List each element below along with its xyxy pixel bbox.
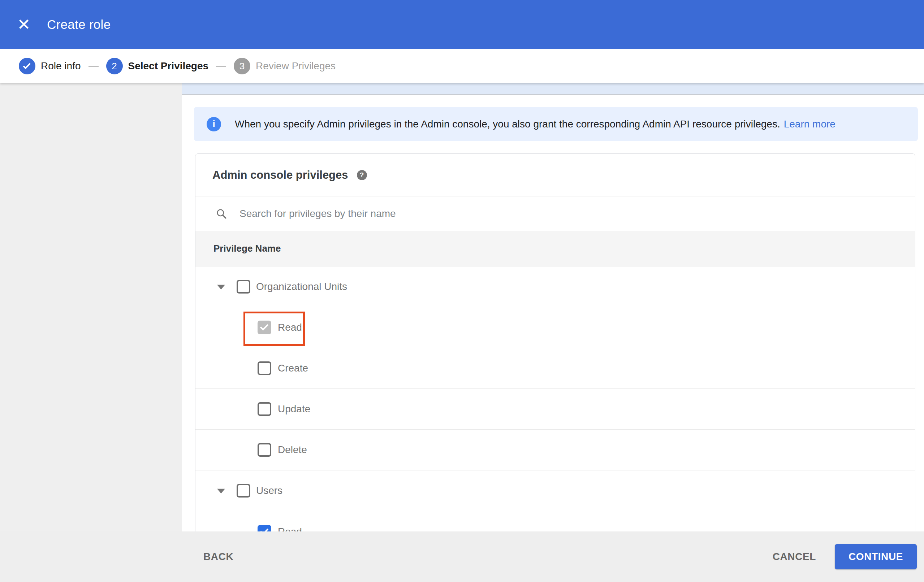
checkbox-delete[interactable] xyxy=(257,443,271,457)
table-row: Organizational Units xyxy=(195,267,915,307)
content-area: i When you specify Admin privileges in t… xyxy=(0,83,924,531)
checkbox-organizational-units[interactable] xyxy=(237,280,250,293)
close-icon[interactable]: ✕ xyxy=(16,17,31,32)
continue-button[interactable]: CONTINUE xyxy=(835,544,917,569)
table-header: Privilege Name xyxy=(195,231,915,267)
card-title: Admin console privileges xyxy=(213,168,348,181)
info-banner-text: When you specify Admin privileges in the… xyxy=(235,119,780,130)
cancel-button[interactable]: CANCEL xyxy=(773,551,816,562)
check-icon xyxy=(23,61,31,69)
table-row: Users xyxy=(195,470,915,511)
step-connector xyxy=(216,66,226,67)
footer-bar: BACK CANCEL CONTINUE xyxy=(0,531,924,582)
info-banner: i When you specify Admin privileges in t… xyxy=(194,107,918,141)
privilege-label: Organizational Units xyxy=(256,281,347,292)
step-role-info[interactable]: Role info xyxy=(19,58,81,74)
checkbox-read-disabled[interactable] xyxy=(257,321,271,334)
learn-more-link[interactable]: Learn more xyxy=(784,119,835,130)
scrolled-content-strip xyxy=(182,83,924,95)
footer-right-group: CANCEL CONTINUE xyxy=(773,544,917,569)
step-label: Role info xyxy=(41,60,81,72)
step-number-circle: 2 xyxy=(106,58,123,74)
step-connector xyxy=(89,66,99,67)
step-select-privileges[interactable]: 2 Select Privileges xyxy=(106,58,209,74)
stepper: Role info 2 Select Privileges 3 Review P… xyxy=(0,49,924,83)
checkbox-update[interactable] xyxy=(257,402,271,416)
step-label: Review Privileges xyxy=(256,60,336,72)
back-button[interactable]: BACK xyxy=(203,551,233,562)
step-number-circle: 3 xyxy=(234,58,250,74)
table-row: Read xyxy=(195,511,915,531)
table-row: Read xyxy=(195,307,915,348)
expand-arrow-icon[interactable] xyxy=(217,489,225,493)
table-row: Delete xyxy=(195,430,915,470)
search-input[interactable] xyxy=(239,208,564,219)
table-row: Update xyxy=(195,389,915,430)
privilege-label: Update xyxy=(278,403,310,415)
checkbox-users-read[interactable] xyxy=(257,525,271,532)
top-bar: ✕ Create role xyxy=(0,0,924,49)
privilege-label: Delete xyxy=(278,444,307,456)
column-header-privilege-name: Privilege Name xyxy=(213,243,280,254)
search-row xyxy=(195,196,915,231)
table-row: Create xyxy=(195,348,915,389)
sidebar xyxy=(0,83,182,531)
help-icon[interactable]: ? xyxy=(357,170,367,180)
privilege-label: Read xyxy=(278,526,302,532)
checkbox-users[interactable] xyxy=(237,484,250,498)
main-panel: i When you specify Admin privileges in t… xyxy=(182,83,924,531)
expand-arrow-icon[interactable] xyxy=(217,285,225,290)
step-completed-circle xyxy=(19,58,35,74)
privilege-label: Users xyxy=(256,485,282,496)
checkbox-create[interactable] xyxy=(257,361,271,375)
card-title-row: Admin console privileges ? xyxy=(195,154,915,196)
page-title: Create role xyxy=(47,17,111,32)
info-icon: i xyxy=(206,117,221,132)
privilege-label: Read xyxy=(278,322,302,333)
step-label: Select Privileges xyxy=(128,60,209,72)
privileges-card: Admin console privileges ? Privilege Nam… xyxy=(195,153,915,531)
step-review-privileges[interactable]: 3 Review Privileges xyxy=(234,58,336,74)
privilege-label: Create xyxy=(278,363,308,374)
search-icon xyxy=(216,208,227,219)
